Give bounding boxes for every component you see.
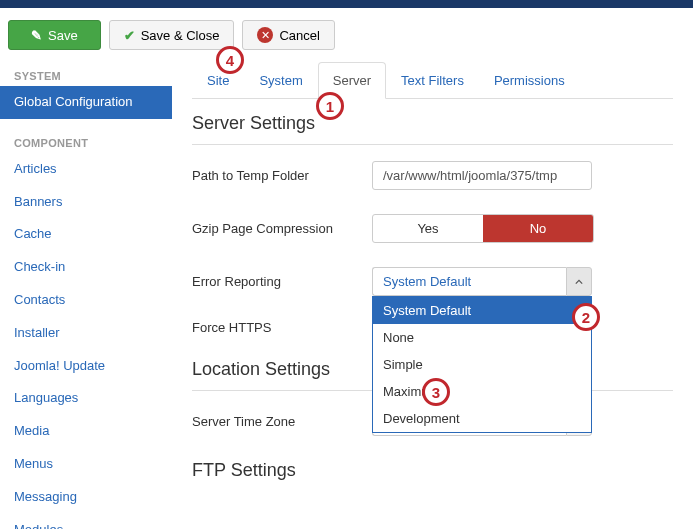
- ftp-settings-heading: FTP Settings: [192, 460, 673, 491]
- sidebar: SYSTEM Global Configuration COMPONENT Ar…: [0, 62, 172, 529]
- sidebar-item-menus[interactable]: Menus: [0, 448, 172, 481]
- gzip-no[interactable]: No: [483, 215, 593, 242]
- gzip-toggle[interactable]: Yes No: [372, 214, 594, 243]
- sidebar-item-banners[interactable]: Banners: [0, 186, 172, 219]
- cancel-label: Cancel: [279, 28, 319, 43]
- tmp-folder-input[interactable]: [372, 161, 592, 190]
- sidebar-item-languages[interactable]: Languages: [0, 382, 172, 415]
- sidebar-section-component: COMPONENT: [0, 129, 172, 153]
- tab-site[interactable]: Site: [192, 62, 244, 99]
- sidebar-item-cache[interactable]: Cache: [0, 218, 172, 251]
- error-opt-none[interactable]: None: [373, 324, 591, 351]
- error-opt-system-default[interactable]: System Default: [373, 297, 591, 324]
- tab-permissions[interactable]: Permissions: [479, 62, 580, 99]
- save-label: Save: [48, 28, 78, 43]
- tabs: Site System Server Text Filters Permissi…: [192, 62, 673, 99]
- sidebar-item-global-config[interactable]: Global Configuration: [0, 86, 172, 119]
- error-reporting-dropdown[interactable]: System Default System Default None Simpl…: [372, 267, 592, 296]
- save-button[interactable]: ✎ Save: [8, 20, 101, 50]
- error-opt-maximum[interactable]: Maximum: [373, 378, 591, 405]
- sidebar-item-contacts[interactable]: Contacts: [0, 284, 172, 317]
- sidebar-item-messaging[interactable]: Messaging: [0, 481, 172, 514]
- cancel-icon: ✕: [257, 27, 273, 43]
- gzip-yes[interactable]: Yes: [373, 215, 483, 242]
- sidebar-item-joomla-update[interactable]: Joomla! Update: [0, 350, 172, 383]
- save-close-label: Save & Close: [141, 28, 220, 43]
- toolbar: ✎ Save ✔ Save & Close ✕ Cancel 4: [0, 8, 693, 62]
- tab-text-filters[interactable]: Text Filters: [386, 62, 479, 99]
- error-opt-simple[interactable]: Simple: [373, 351, 591, 378]
- save-icon: ✎: [31, 28, 42, 43]
- sidebar-item-articles[interactable]: Articles: [0, 153, 172, 186]
- save-close-button[interactable]: ✔ Save & Close: [109, 20, 235, 50]
- sidebar-item-media[interactable]: Media: [0, 415, 172, 448]
- main-content: Site System Server Text Filters Permissi…: [172, 62, 693, 529]
- cancel-button[interactable]: ✕ Cancel: [242, 20, 334, 50]
- sidebar-item-checkin[interactable]: Check-in: [0, 251, 172, 284]
- chevron-up-icon[interactable]: [566, 267, 592, 296]
- error-opt-development[interactable]: Development: [373, 405, 591, 432]
- gzip-label: Gzip Page Compression: [192, 221, 372, 236]
- error-reporting-value: System Default: [372, 267, 566, 296]
- server-settings-heading: Server Settings: [192, 113, 673, 145]
- timezone-label: Server Time Zone: [192, 414, 372, 429]
- sidebar-item-installer[interactable]: Installer: [0, 317, 172, 350]
- check-icon: ✔: [124, 28, 135, 43]
- tab-server[interactable]: Server: [318, 62, 386, 99]
- tmp-folder-label: Path to Temp Folder: [192, 168, 372, 183]
- sidebar-item-modules[interactable]: Modules: [0, 514, 172, 529]
- force-https-label: Force HTTPS: [192, 320, 372, 335]
- error-reporting-label: Error Reporting: [192, 274, 372, 289]
- tab-system[interactable]: System: [244, 62, 317, 99]
- error-reporting-menu: System Default None Simple Maximum Devel…: [372, 296, 592, 433]
- sidebar-section-system: SYSTEM: [0, 62, 172, 86]
